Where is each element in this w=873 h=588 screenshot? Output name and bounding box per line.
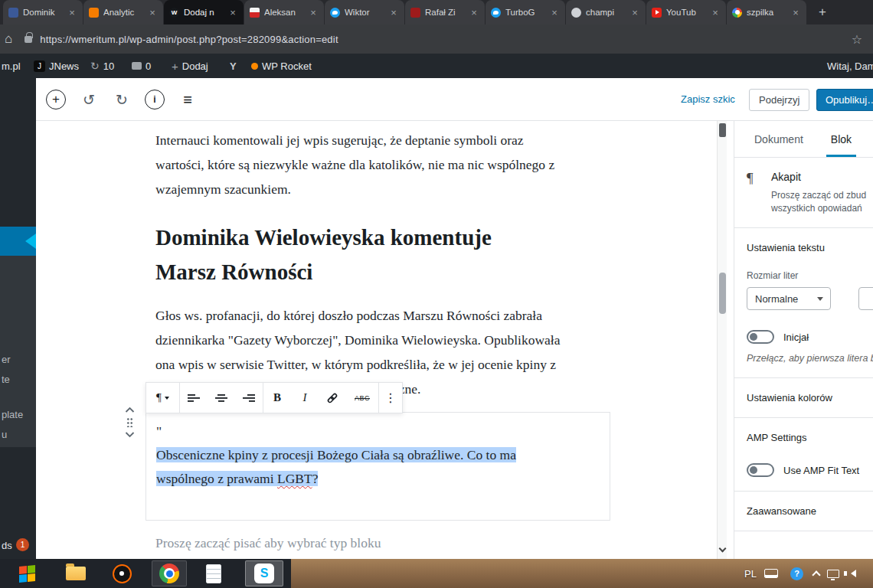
browser-tab[interactable]: Rafał Zi (405, 0, 485, 24)
wp-menu-item[interactable]: te (2, 374, 10, 385)
browser-tab[interactable]: Analytic (83, 0, 163, 24)
wp-menu-item[interactable]: er (2, 354, 11, 365)
analytics-favicon-icon (89, 8, 99, 18)
block-navigation-icon[interactable] (178, 90, 198, 109)
add-block-icon[interactable] (46, 90, 66, 109)
align-right-button[interactable] (235, 383, 263, 413)
windows-taskbar: PL (0, 559, 873, 588)
keyboard-tray-item[interactable] (764, 559, 778, 588)
admin-bar-yoast[interactable] (230, 54, 237, 78)
volume-tray-item[interactable] (847, 559, 856, 588)
tab-block[interactable]: Blok (817, 121, 865, 157)
move-down-icon[interactable] (125, 431, 135, 438)
dropcap-toggle[interactable] (747, 330, 774, 344)
lock-icon[interactable] (25, 36, 32, 43)
align-center-button[interactable] (208, 383, 235, 413)
admin-bar-greeting[interactable]: Witaj, Dami (827, 54, 873, 78)
start-button[interactable] (9, 560, 44, 586)
italic-button[interactable]: I (291, 383, 319, 413)
tab-document[interactable]: Dokument (741, 121, 817, 157)
bold-button[interactable]: B (263, 383, 291, 413)
browser-tab[interactable]: Aleksan (244, 0, 324, 24)
publish-button[interactable]: Opublikuj… (816, 89, 873, 111)
block-name: Akapit (771, 171, 866, 183)
tab-close-icon[interactable] (629, 7, 640, 18)
font-size-number-input[interactable] (858, 287, 873, 310)
drag-handle-icon[interactable] (126, 417, 133, 427)
align-left-button[interactable] (180, 383, 208, 413)
tab-close-icon[interactable] (469, 7, 479, 18)
sidebar-tabs: Dokument Blok (734, 121, 873, 158)
panel-title[interactable]: Zaawansowane (747, 505, 873, 517)
windows-logo-pane (19, 566, 27, 574)
notepad-button[interactable] (198, 560, 230, 586)
tab-close-icon[interactable] (147, 7, 158, 18)
save-draft-link[interactable]: Zapisz szkic (681, 78, 735, 121)
tab-close-icon[interactable] (227, 7, 238, 18)
browser-tab-active[interactable]: Dodaj n (164, 0, 244, 24)
admin-bar-new-content[interactable]: Dodaj (172, 54, 208, 78)
file-explorer-button[interactable] (60, 560, 92, 586)
chrome-button[interactable] (152, 560, 187, 586)
block-appender-placeholder[interactable]: Proszę zacząć pisać aby wybrać typ bloku (155, 535, 381, 551)
new-tab-button[interactable] (812, 2, 833, 23)
tab-close-icon[interactable] (549, 7, 560, 18)
redo-icon[interactable] (112, 90, 132, 109)
undo-icon[interactable] (79, 90, 99, 109)
wp-menu-item[interactable]: u (2, 429, 7, 440)
admin-bar-jnews[interactable]: JNews (34, 54, 79, 78)
panel-title[interactable]: Ustawienia tekstu (747, 242, 873, 253)
move-up-icon[interactable] (125, 407, 135, 413)
aimp-button[interactable] (106, 560, 138, 586)
more-options-icon[interactable] (379, 383, 402, 413)
active-menu-arrow-icon (25, 234, 36, 249)
admin-bar-comments[interactable]: 0 (132, 54, 151, 78)
speaker-icon (847, 570, 856, 577)
block-type-switcher-button[interactable] (146, 383, 180, 413)
network-tray-item[interactable] (827, 559, 839, 588)
paragraph-block[interactable]: Internauci komentowali jej wpis sugerują… (155, 128, 554, 201)
wp-menu-item[interactable]: ds (2, 540, 12, 551)
tab-close-icon[interactable] (710, 7, 721, 18)
panel-title[interactable]: Ustawienia kolorów (747, 392, 873, 403)
browser-tab[interactable]: YouTub (646, 0, 726, 24)
block-mover (121, 407, 138, 438)
preview-button[interactable]: Podejrzyj (749, 89, 809, 111)
wp-menu-item[interactable]: plate (2, 409, 23, 420)
scroll-down-icon[interactable] (719, 545, 727, 553)
tab-close-icon[interactable] (388, 7, 399, 18)
help-tray-item[interactable] (790, 559, 803, 588)
browser-tab[interactable]: Wiktor (325, 0, 404, 24)
quote-text[interactable]: " Obsceniczne kpiny z procesji Bożego Ci… (156, 420, 516, 491)
selected-paragraph-block[interactable]: " Obsceniczne kpiny z procesji Bożego Ci… (146, 412, 610, 521)
strikethrough-button[interactable]: ABC (346, 383, 378, 413)
browser-tab[interactable]: TurboG (486, 0, 565, 24)
browser-tab[interactable]: Dominik (3, 0, 83, 24)
browser-tab[interactable]: szpilka (727, 0, 806, 24)
admin-bar-wp-rocket[interactable]: WP Rocket (251, 54, 312, 78)
show-hidden-icons[interactable] (813, 559, 819, 588)
url-text[interactable]: https://wmeritum.pl/wp-admin/post.php?po… (40, 34, 338, 45)
browser-tab[interactable]: champi (566, 0, 646, 24)
panel-title[interactable]: AMP Settings (747, 432, 873, 443)
tab-close-icon[interactable] (308, 7, 319, 18)
font-size-select[interactable]: Normalne (747, 287, 831, 310)
tab-title: szpilka (747, 8, 786, 17)
amp-fit-text-toggle[interactable] (747, 463, 774, 477)
tab-close-icon[interactable] (790, 7, 801, 18)
content-info-icon[interactable] (145, 90, 165, 109)
scrollbar-thumb-top[interactable] (719, 123, 726, 137)
language-indicator[interactable]: PL (744, 559, 757, 588)
scrollbar-thumb[interactable] (719, 273, 726, 314)
admin-bar-updates[interactable]: 10 (90, 54, 114, 78)
admin-bar-site-name[interactable]: m.pl (2, 54, 21, 78)
bookmark-star-icon[interactable] (852, 32, 862, 47)
editor-scrollbar[interactable] (717, 121, 727, 559)
home-icon[interactable] (5, 31, 12, 47)
skype-button[interactable] (245, 560, 283, 586)
tab-close-icon[interactable] (67, 7, 77, 18)
heading-block[interactable]: Dominika Wielowieyska komentuje Marsz Ró… (155, 220, 492, 289)
block-description: Proszę zacząć od zbud wszystkich opowiad… (771, 189, 866, 215)
link-button[interactable] (319, 383, 346, 413)
block-toolbar: B I ABC (146, 382, 403, 413)
